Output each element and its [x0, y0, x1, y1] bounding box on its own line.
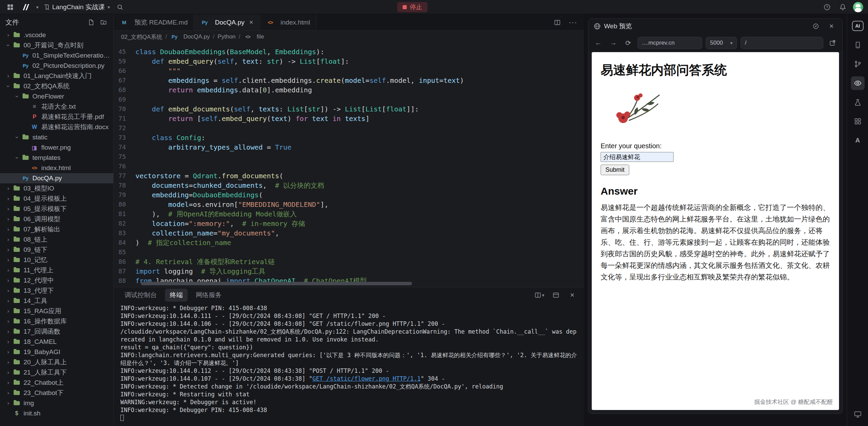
- tree-item-15_RAG应用[interactable]: ›15_RAG应用: [0, 306, 113, 316]
- open-external-icon[interactable]: [827, 37, 838, 49]
- back-icon[interactable]: ←: [592, 37, 604, 49]
- new-file-icon[interactable]: [87, 18, 95, 27]
- notifications-bell-icon[interactable]: [837, 2, 848, 13]
- tree-item-14_工具[interactable]: ›14_工具: [0, 296, 113, 306]
- tree-item-21_人脉工具下[interactable]: ›21_人脉工具下: [0, 367, 113, 378]
- panel-tab-调试控制台[interactable]: 调试控制台: [120, 289, 162, 302]
- tree-item-16_操作数据库[interactable]: ›16_操作数据库: [0, 316, 113, 326]
- tree-item-12_代理中[interactable]: ›12_代理中: [0, 275, 113, 286]
- submit-button[interactable]: Submit: [601, 165, 629, 175]
- app-menu-icon[interactable]: [5, 2, 16, 13]
- tree-item-10_记忆[interactable]: ›10_记忆: [0, 255, 113, 265]
- tree-item-02_文档QA系统[interactable]: ›02_文档QA系统: [0, 81, 113, 91]
- url-field[interactable]: ....mcprev.cn: [637, 37, 702, 49]
- forward-icon[interactable]: →: [607, 37, 619, 49]
- tree-item-init.sh[interactable]: $init.sh: [0, 408, 113, 419]
- more-actions-icon[interactable]: ···: [568, 17, 578, 28]
- horizontal-scrollbar[interactable]: [141, 282, 412, 285]
- tree-item-05_提示模板下[interactable]: ›05_提示模板下: [0, 204, 113, 214]
- tree-item-花语大全.txt[interactable]: ≡花语大全.txt: [0, 102, 113, 112]
- folder-file-icon: [12, 299, 21, 303]
- panel-tab-网络服务[interactable]: 网络服务: [191, 289, 226, 302]
- breadcrumb-item-02_文档QA系统[interactable]: 02_文档QA系统: [121, 33, 162, 41]
- breadcrumb-item-Python[interactable]: Python: [218, 33, 236, 40]
- tree-item-static[interactable]: ›static: [0, 132, 113, 142]
- code-text: return [self.embed_query(text) for text …: [135, 114, 369, 123]
- line-number: 69: [114, 95, 135, 104]
- question-input[interactable]: [601, 152, 674, 162]
- chevron-down-icon[interactable]: ▾: [36, 4, 39, 10]
- panel-layout-icon[interactable]: ▾: [534, 290, 545, 301]
- editor-tab-预览 README.md[interactable]: M预览 README.md: [114, 14, 194, 30]
- search-icon[interactable]: [115, 2, 126, 13]
- tree-item-img[interactable]: ›img: [0, 398, 113, 408]
- right-icon-strip: AI A: [847, 14, 868, 426]
- tree-item-01_LangChain快速入门[interactable]: ›01_LangChain快速入门: [0, 71, 113, 81]
- tree-item-03_模型IO[interactable]: ›03_模型IO: [0, 183, 113, 194]
- editor-tab-bar: M预览 README.mdPyDocQA.py×<>index.html ···: [114, 14, 584, 31]
- close-tab-icon[interactable]: ×: [249, 18, 253, 26]
- tree-item-02_PictureDescription.py[interactable]: Py02_PictureDescription.py: [0, 61, 113, 71]
- help-icon[interactable]: ?: [822, 2, 833, 13]
- extensions-grid-icon[interactable]: [851, 115, 865, 128]
- tree-item-.vscode[interactable]: ›.vscode: [0, 30, 113, 40]
- tree-item-18_CAMEL[interactable]: ›18_CAMEL: [0, 337, 113, 347]
- breadcrumb-label: file: [257, 33, 264, 40]
- tree-item-易速鲜花运营指南.docx[interactable]: W易速鲜花运营指南.docx: [0, 122, 113, 132]
- breadcrumb-item-file[interactable]: <>file: [244, 33, 264, 40]
- port-select[interactable]: 5000▾: [706, 37, 737, 49]
- tree-item-templates[interactable]: ›templates: [0, 153, 113, 163]
- tree-item-22_Chatbot上[interactable]: ›22_Chatbot上: [0, 378, 113, 388]
- tree-item-13_代理下[interactable]: ›13_代理下: [0, 286, 113, 296]
- typography-icon[interactable]: A: [851, 134, 865, 147]
- maximize-panel-icon[interactable]: [550, 290, 561, 301]
- tree-item-08_链上[interactable]: ›08_链上: [0, 234, 113, 245]
- chevron-right-icon: ›: [4, 236, 12, 243]
- editor-tab-DocQA.py[interactable]: PyDocQA.py×: [194, 14, 260, 30]
- new-folder-icon[interactable]: [99, 18, 108, 27]
- tree-item-09_链下[interactable]: ›09_链下: [0, 245, 113, 255]
- tree-item-19_BabyAGI[interactable]: ›19_BabyAGI: [0, 347, 113, 357]
- refresh-icon[interactable]: ⟳: [622, 37, 634, 49]
- ai-assistant-icon[interactable]: AI: [851, 19, 865, 33]
- remote-monitor-icon[interactable]: [851, 408, 865, 421]
- panel-tab-终端[interactable]: 终端: [165, 289, 188, 302]
- tree-item-20_人脉工具上[interactable]: ›20_人脉工具上: [0, 357, 113, 367]
- tree-item-DocQA.py[interactable]: PyDocQA.py: [0, 173, 113, 183]
- split-editor-icon[interactable]: [552, 17, 563, 28]
- close-panel-icon[interactable]: ×: [567, 290, 578, 301]
- tree-item-易速鲜花员工手册.pdf[interactable]: P易速鲜花员工手册.pdf: [0, 112, 113, 122]
- code-line-76: 76: [114, 162, 584, 171]
- chevron-right-icon: ›: [4, 379, 12, 386]
- workspace-switcher[interactable]: LangChain 实战课 ▾: [43, 3, 110, 12]
- tree-item-06_调用模型[interactable]: ›06_调用模型: [0, 214, 113, 224]
- breadcrumb-item-DocQA.py[interactable]: PyDocQA.py: [170, 33, 210, 40]
- user-avatar[interactable]: [853, 2, 863, 12]
- editor-tab-index.html[interactable]: <>index.html: [260, 14, 317, 30]
- stop-button[interactable]: 停止: [397, 2, 427, 12]
- mobile-preview-icon[interactable]: [851, 38, 865, 52]
- test-flask-icon[interactable]: [851, 95, 865, 109]
- tree-item-23_Chatbot下[interactable]: ›23_Chatbot下: [0, 388, 113, 398]
- close-preview-icon[interactable]: ×: [826, 21, 837, 32]
- path-field[interactable]: /: [740, 37, 823, 49]
- tree-item-07_解析输出[interactable]: ›07_解析输出: [0, 224, 113, 234]
- terminal-output[interactable]: INFO:werkzeug: * Debugger PIN: 415-008-4…: [114, 303, 584, 426]
- tree-item-flower.png[interactable]: ◨flower.png: [0, 142, 113, 153]
- marscode-logo[interactable]: [20, 2, 31, 13]
- folder-file-icon: [12, 360, 21, 364]
- tree-item-OneFlower[interactable]: ›OneFlower: [0, 91, 113, 102]
- code-editor[interactable]: 45class DoubaoEmbeddings(BaseModel, Embe…: [114, 43, 584, 287]
- tree-item-17_回调函数[interactable]: ›17_回调函数: [0, 326, 113, 337]
- tree-item-04_提示模板上[interactable]: ›04_提示模板上: [0, 194, 113, 204]
- tree-item-index.html[interactable]: <>index.html: [0, 163, 113, 173]
- locate-icon[interactable]: [810, 21, 821, 32]
- tree-item-11_代理上[interactable]: ›11_代理上: [0, 265, 113, 275]
- tree-item-00_开篇词_奇点时刻[interactable]: ›00_开篇词_奇点时刻: [0, 40, 113, 50]
- source-control-icon[interactable]: [851, 57, 865, 71]
- code-text: documents=chunked_documents, # 以分块的文档: [135, 181, 324, 190]
- file-label: 02_文档QA系统: [24, 82, 70, 91]
- web-preview-icon[interactable]: [851, 76, 865, 90]
- tree-item-01_SimpleTextGeneration.py[interactable]: Py01_SimpleTextGeneration.py: [0, 50, 113, 61]
- chevron-right-icon: ›: [4, 277, 12, 284]
